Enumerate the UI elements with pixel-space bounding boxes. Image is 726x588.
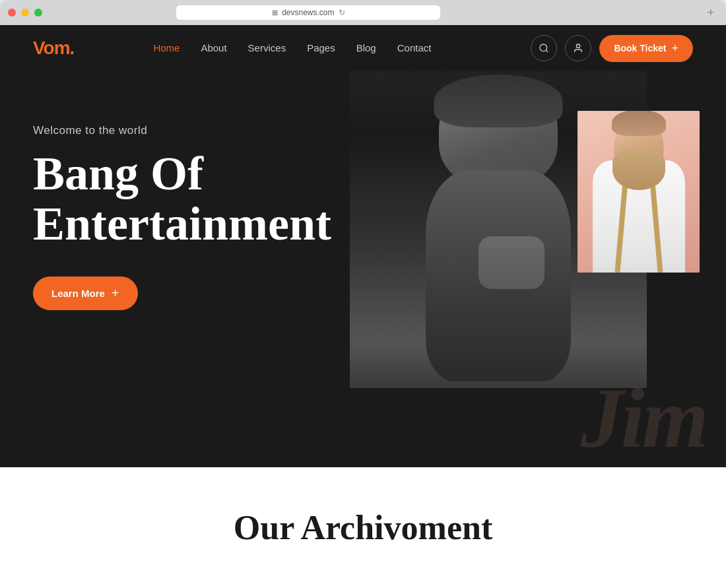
nav-item-contact[interactable]: Contact bbox=[397, 42, 432, 54]
svg-point-0 bbox=[540, 44, 547, 51]
hand-shape bbox=[478, 236, 544, 289]
user-icon bbox=[573, 43, 583, 53]
browser-window: ⊞ devsnews.com ↻ + Vom. Home About Servi… bbox=[0, 0, 726, 588]
address-bar[interactable]: ⊞ devsnews.com ↻ bbox=[176, 5, 440, 20]
learn-more-label: Learn More bbox=[51, 288, 105, 299]
book-plus-icon: + bbox=[671, 42, 678, 55]
book-ticket-label: Book Ticket bbox=[614, 43, 666, 53]
bottom-heading: Our Archivoment bbox=[234, 508, 492, 547]
logo-dot: . bbox=[70, 38, 75, 58]
hero-title: Bang Of Entertainment bbox=[33, 149, 331, 249]
hero-section: Jim Welcome to the world Bang Of Enterta… bbox=[0, 71, 726, 467]
hero-title-line1: Bang Of bbox=[33, 147, 203, 200]
book-ticket-button[interactable]: Book Ticket + bbox=[599, 35, 693, 62]
new-tab-button[interactable]: + bbox=[704, 5, 718, 20]
search-icon bbox=[539, 43, 549, 53]
logo-text: Vom bbox=[33, 38, 70, 58]
nav-item-blog[interactable]: Blog bbox=[356, 42, 376, 54]
browser-titlebar: ⊞ devsnews.com ↻ + bbox=[0, 0, 726, 25]
url-text: devsnews.com bbox=[282, 8, 334, 17]
hero-small-photo bbox=[578, 111, 700, 273]
close-button[interactable] bbox=[8, 9, 16, 16]
beard-shape bbox=[612, 150, 665, 190]
hero-title-line2: Entertainment bbox=[33, 197, 331, 250]
learn-plus-icon: + bbox=[112, 286, 119, 301]
site-icon: ⊞ bbox=[272, 9, 278, 17]
site-logo[interactable]: Vom. bbox=[33, 38, 74, 59]
user-button[interactable] bbox=[565, 35, 591, 61]
navbar: Vom. Home About Services Pages Blog Cont… bbox=[0, 25, 726, 71]
nav-link-pages[interactable]: Pages bbox=[307, 42, 335, 53]
nav-actions: Book Ticket + bbox=[531, 35, 693, 62]
search-button[interactable] bbox=[531, 35, 557, 61]
nav-item-pages[interactable]: Pages bbox=[307, 42, 335, 54]
svg-point-1 bbox=[577, 44, 580, 48]
website-content: Vom. Home About Services Pages Blog Cont… bbox=[0, 25, 726, 588]
hair-shape bbox=[434, 75, 563, 127]
nav-links: Home About Services Pages Blog Contact bbox=[153, 42, 431, 54]
nav-item-services[interactable]: Services bbox=[248, 42, 286, 54]
nav-item-home[interactable]: Home bbox=[153, 42, 180, 54]
minimize-button[interactable] bbox=[21, 9, 29, 16]
maximize-button[interactable] bbox=[34, 9, 42, 16]
hero-subtitle: Welcome to the world bbox=[33, 124, 331, 137]
bottom-section: Our Archivoment bbox=[0, 467, 726, 588]
nav-link-home[interactable]: Home bbox=[153, 42, 180, 53]
hero-text-block: Welcome to the world Bang Of Entertainme… bbox=[33, 124, 331, 310]
learn-more-button[interactable]: Learn More + bbox=[33, 277, 138, 310]
nav-link-contact[interactable]: Contact bbox=[397, 42, 432, 53]
nav-link-about[interactable]: About bbox=[201, 42, 226, 53]
hero-small-photo-inner bbox=[578, 111, 700, 273]
nav-item-about[interactable]: About bbox=[201, 42, 226, 54]
nav-link-services[interactable]: Services bbox=[248, 42, 286, 53]
hair-top bbox=[612, 111, 666, 136]
nav-link-blog[interactable]: Blog bbox=[356, 42, 376, 53]
refresh-icon[interactable]: ↻ bbox=[339, 8, 345, 17]
